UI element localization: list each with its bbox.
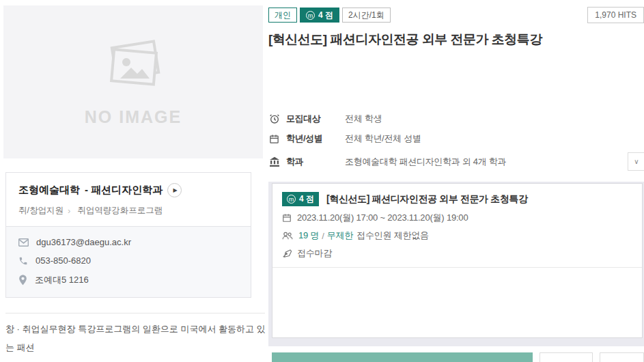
description-line-2: 디자이너를 초청하여 “해외시장 진출을 위한 글로벌 패션디자이너 전략” … [5,357,266,362]
program-detail-page: NO IMAGE 조형예술대학 - 패션디자인학과 ▶ 취/창업지원 › 취업역… [0,0,644,362]
duration-badge: 2시간/1회 [342,8,391,23]
hits-counter: 1,970 HITS [587,7,644,23]
description-line-1: 창 · 취업실무현장 특강프로그램의 일환으로 미국에서 활동하고 있는 패션 [5,320,266,357]
schedule-empty-area [272,268,642,337]
department-card-top: 조형예술대학 - 패션디자인학과 ▶ 취/창업지원 › 취업역량강화프로그램 [6,173,251,226]
bank-icon [268,156,280,167]
no-schedule-button[interactable]: 신청가능한 일정이 없습니다. [272,352,533,362]
play-icon: ▶ [173,187,178,193]
personal-badge: 개인 [268,8,297,23]
calendar-icon [282,213,292,223]
info-value-grade-gender: 전체 학년/전체 성별 [345,133,421,145]
department-name: - 패션디자인학과 [85,184,163,197]
share-button[interactable]: 공유하기 [600,352,644,362]
left-column: NO IMAGE 조형예술대학 - 패션디자인학과 ▶ 취/창업지원 › 취업역… [3,5,263,362]
alarm-clock-icon [268,113,280,124]
people-icon [282,231,293,240]
schedule-item-header: m 4 점 [혁신선도] 패션디자인전공 외부 전문가 초청특강 [282,192,632,206]
left-divider [5,313,265,314]
info-value-department: 조형예술대학 패션디자인학과 외 4개 학과 [345,156,506,168]
right-column: 개인 m 4 점 2시간/1회 1,970 HITS [혁신선도] 패션디자인전… [268,5,644,362]
schedule-status-row: 접수마감 [282,247,632,260]
capacity-separator: / [322,231,324,241]
department-title: 조형예술대학 - 패션디자인학과 ▶ [18,183,238,197]
info-row-department: 학과 조형예술대학 패션디자인학과 외 4개 학과 ∨ [268,152,644,171]
page-title: [혁신선도] 패션디자인전공 외부 전문가 초청특강 [268,31,644,48]
play-button[interactable]: ▶ [167,183,182,197]
mail-icon [18,238,29,247]
department-card: 조형예술대학 - 패션디자인학과 ▶ 취/창업지원 › 취업역량강화프로그램 d… [5,172,251,298]
mileage-badge-label: 4 점 [318,10,333,21]
action-footer: 신청가능한 일정이 없습니다. ☆ 0 공유하기 [268,352,644,362]
schedule-mileage-badge: m 4 점 [282,192,319,206]
department-expand-button[interactable]: ∨ [628,152,644,171]
location-pin-icon [18,275,27,286]
info-label-department: 학과 [286,156,345,168]
chevron-down-icon: ∨ [634,158,639,165]
chevron-right-icon: › [68,206,70,216]
duration-badge-label: 2시간/1회 [348,10,384,21]
mileage-m-icon: m [287,195,296,204]
contact-phone: 053-850-6820 [36,255,91,266]
program-description: 창 · 취업실무현장 특강프로그램의 일환으로 미국에서 활동하고 있는 패션 … [5,320,266,362]
schedule-mileage-label: 4 점 [299,193,314,205]
badge-row: 개인 m 4 점 2시간/1회 1,970 HITS [268,7,644,23]
mileage-badge: m 4 점 [300,8,339,23]
photo-placeholder-icon [98,38,169,96]
contact-phone-row: 053-850-6820 [18,255,238,266]
capacity-note: 접수인원 제한없음 [356,229,429,242]
schedule-list-container: m 4 점 [혁신선도] 패션디자인전공 외부 전문가 초청특강 2023.11… [268,182,644,346]
schedule-date: 2023.11.20(월) 17:00 ~ 2023.11.20(월) 19:0… [297,212,468,224]
contact-location: 조예대5 1216 [35,274,89,286]
contact-location-row: 조예대5 1216 [18,274,238,286]
info-label-target: 모집대상 [286,113,345,125]
applicant-count: 19 명 [298,229,319,242]
star-icon: ☆ [552,359,563,362]
info-value-target: 전체 학생 [345,113,382,125]
schedule-card: m 4 점 [혁신선도] 패션디자인전공 외부 전문가 초청특강 2023.11… [272,183,643,338]
calendar-icon [268,134,280,144]
schedule-item-title: [혁신선도] 패션디자인전공 외부 전문가 초청특강 [326,193,527,206]
schedule-capacity-row: 19 명 / 무제한 접수인원 제한없음 [282,229,632,242]
schedule-item: m 4 점 [혁신선도] 패션디자인전공 외부 전문가 초청특강 2023.11… [272,184,642,268]
personal-badge-label: 개인 [275,10,291,21]
mileage-m-icon: m [306,11,315,20]
info-rows: 모집대상 전체 학생 학년/성별 전체 학년/전체 성별 학과 조형예술대학 패… [268,113,644,171]
info-label-grade-gender: 학년/성별 [286,133,345,145]
breadcrumb-category[interactable]: 취/창업지원 [18,205,64,217]
phone-icon [18,256,28,266]
pen-icon [282,249,292,258]
favorite-button[interactable]: ☆ 0 [540,352,593,362]
no-image-label: NO IMAGE [85,107,182,127]
contact-email: dgu36173@daegu.ac.kr [36,237,131,247]
college-name: 조형예술대학 [18,184,80,197]
schedule-date-row: 2023.11.20(월) 17:00 ~ 2023.11.20(월) 19:0… [282,212,632,224]
no-image-placeholder: NO IMAGE [3,5,263,158]
schedule-status: 접수마감 [297,247,332,260]
contact-email-row: dgu36173@daegu.ac.kr [18,237,238,247]
breadcrumb: 취/창업지원 › 취업역량강화프로그램 [18,205,238,217]
capacity-limit: 무제한 [327,229,353,242]
info-row-grade-gender: 학년/성별 전체 학년/전체 성별 [268,133,644,145]
breadcrumb-program[interactable]: 취업역량강화프로그램 [77,205,163,217]
department-contacts: dgu36173@daegu.ac.kr 053-850-6820 조예대5 1… [6,226,251,297]
info-row-target: 모집대상 전체 학생 [268,113,644,125]
